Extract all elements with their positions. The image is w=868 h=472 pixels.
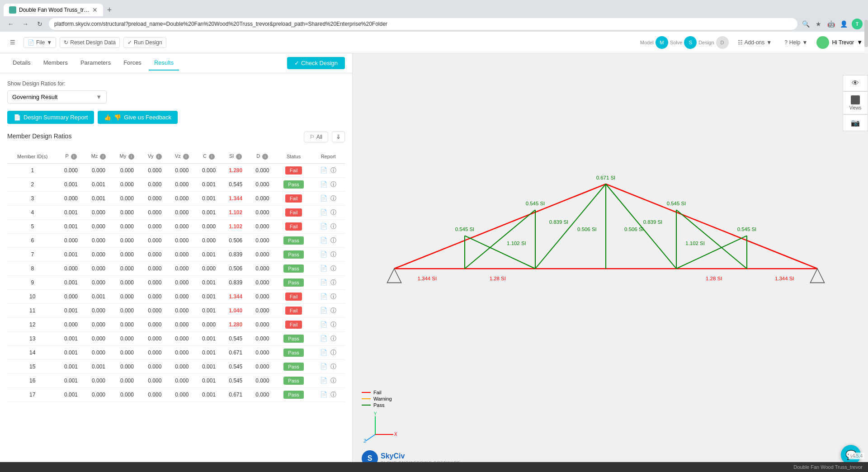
report-document-icon[interactable]: 📄	[320, 293, 327, 300]
report-document-icon[interactable]: 📄	[320, 321, 327, 328]
report-document-icon[interactable]: 📄	[320, 167, 327, 174]
url-bar[interactable]: platform.skyciv.com/structural?preload_n…	[49, 18, 797, 30]
help-button[interactable]: ? Help ▼	[781, 38, 811, 47]
col-header-vy: Vy i	[141, 150, 168, 163]
cell-vz: 0.000	[168, 331, 195, 345]
run-design-button[interactable]: ✓ Run Design	[123, 37, 166, 48]
new-tab-button[interactable]: +	[103, 4, 116, 16]
refresh-button[interactable]: ↻	[34, 19, 45, 29]
add-ons-button[interactable]: ☷ Add-ons ▼	[734, 38, 776, 47]
tab-parameters[interactable]: Parameters	[75, 56, 116, 71]
report-document-icon[interactable]: 📄	[320, 391, 327, 398]
star-icon[interactable]: ★	[814, 19, 823, 28]
report-info-icon[interactable]: ⓘ	[330, 265, 336, 272]
report-info-icon[interactable]: ⓘ	[330, 335, 336, 342]
design-summary-button[interactable]: 📄 Design Summary Report	[7, 111, 94, 124]
table-row: 10 0.000 0.001 0.000 0.000 0.000 0.001 1…	[7, 289, 345, 303]
tab-close-icon[interactable]: ✕	[92, 6, 98, 14]
camera-button[interactable]: 📷	[843, 114, 868, 131]
report-document-icon[interactable]: 📄	[320, 195, 327, 202]
report-info-icon[interactable]: ⓘ	[330, 377, 336, 384]
status-badge: Pass	[283, 264, 303, 273]
tab-forces[interactable]: Forces	[118, 56, 147, 71]
check-design-button[interactable]: ✓ Check Design	[287, 57, 345, 69]
model-step[interactable]: M	[656, 36, 668, 49]
report-document-icon[interactable]: 📄	[320, 181, 327, 188]
vz-info-icon[interactable]: i	[183, 154, 189, 160]
back-button[interactable]: ←	[5, 19, 16, 29]
hamburger-button[interactable]: ☰	[5, 35, 20, 50]
cell-my: 0.000	[113, 345, 141, 359]
cell-mz: 0.000	[85, 317, 113, 331]
report-info-icon[interactable]: ⓘ	[330, 237, 336, 244]
browser-tab[interactable]: Double Fan Wood Truss_trevor | ✕	[4, 4, 103, 16]
forward-button[interactable]: →	[20, 19, 31, 29]
profile-icon[interactable]: 👤	[839, 19, 848, 28]
report-info-icon[interactable]: ⓘ	[330, 223, 336, 230]
download-button[interactable]: ⇓	[332, 131, 345, 142]
table-row: 7 0.001 0.000 0.000 0.000 0.000 0.001 0.…	[7, 247, 345, 261]
report-document-icon[interactable]: 📄	[320, 363, 327, 370]
report-info-icon[interactable]: ⓘ	[330, 307, 336, 314]
report-document-icon[interactable]: 📄	[320, 335, 327, 342]
tab-members[interactable]: Members	[38, 56, 73, 71]
governing-result-dropdown[interactable]: Governing Result ▼	[7, 90, 107, 104]
search-icon[interactable]: 🔍	[801, 19, 810, 28]
report-document-icon[interactable]: 📄	[320, 377, 327, 384]
report-document-icon[interactable]: 📄	[320, 251, 327, 258]
legend: Fail Warning Pass	[362, 390, 392, 409]
report-info-icon[interactable]: ⓘ	[330, 167, 336, 174]
report-document-icon[interactable]: 📄	[320, 209, 327, 216]
report-document-icon[interactable]: 📄	[320, 279, 327, 286]
mz-info-icon[interactable]: i	[100, 154, 106, 160]
table-row: 15 0.001 0.001 0.000 0.000 0.000 0.001 0…	[7, 359, 345, 373]
report-document-icon[interactable]: 📄	[320, 349, 327, 356]
all-filter-button[interactable]: ⚐ All	[304, 132, 328, 142]
col-header-report: Report	[311, 150, 345, 163]
report-info-icon[interactable]: ⓘ	[330, 209, 336, 216]
file-button[interactable]: 📄 File ▼	[24, 37, 56, 48]
reset-icon: ↻	[64, 39, 68, 46]
report-document-icon[interactable]: 📄	[320, 237, 327, 244]
my-info-icon[interactable]: i	[128, 154, 134, 160]
report-info-icon[interactable]: ⓘ	[330, 181, 336, 188]
help-icon: ?	[784, 39, 788, 46]
report-info-icon[interactable]: ⓘ	[330, 293, 336, 300]
report-document-icon[interactable]: 📄	[320, 223, 327, 230]
feedback-button[interactable]: 👍 👎 Give us Feedback	[98, 111, 178, 124]
report-info-icon[interactable]: ⓘ	[330, 321, 336, 328]
cell-vz: 0.000	[168, 317, 195, 331]
reset-design-button[interactable]: ↻ Reset Design Data	[60, 37, 120, 48]
report-info-icon[interactable]: ⓘ	[330, 251, 336, 258]
report-info-icon[interactable]: ⓘ	[330, 391, 336, 398]
d-info-icon[interactable]: i	[262, 154, 268, 160]
extensions-icon[interactable]: 🤖	[826, 19, 835, 28]
report-info-icon[interactable]: ⓘ	[330, 349, 336, 356]
vy-info-icon[interactable]: i	[156, 154, 162, 160]
si-info-icon[interactable]: i	[236, 154, 242, 160]
tab-details[interactable]: Details	[7, 56, 36, 71]
design-step[interactable]: D	[716, 36, 729, 49]
c-info-icon[interactable]: i	[209, 154, 215, 160]
eye-button[interactable]: 👁	[843, 75, 868, 91]
solve-label: Solve	[670, 40, 683, 45]
user-area[interactable]: Hi Trevor ▼	[816, 36, 863, 49]
report-info-icon[interactable]: ⓘ	[330, 363, 336, 370]
user-avatar-chrome[interactable]: T	[852, 19, 863, 29]
cell-mz: 0.000	[85, 261, 113, 275]
design-table: Member ID(s) P i Mz i My i	[7, 150, 345, 402]
report-info-icon[interactable]: ⓘ	[330, 195, 336, 202]
report-document-icon[interactable]: 📄	[320, 307, 327, 314]
legend-warning: Warning	[362, 396, 392, 401]
p-info-icon[interactable]: i	[71, 154, 77, 160]
cell-vz: 0.000	[168, 261, 195, 275]
report-document-icon[interactable]: 📄	[320, 265, 327, 272]
solve-step[interactable]: S	[684, 36, 697, 49]
cell-mz: 0.000	[85, 387, 113, 401]
views-button[interactable]: Views	[843, 91, 868, 114]
cell-report: 📄 ⓘ	[311, 163, 345, 177]
report-info-icon[interactable]: ⓘ	[330, 279, 336, 286]
cell-vy: 0.000	[141, 233, 168, 247]
cell-member-id: 8	[7, 261, 57, 275]
tab-results[interactable]: Results	[149, 56, 179, 71]
